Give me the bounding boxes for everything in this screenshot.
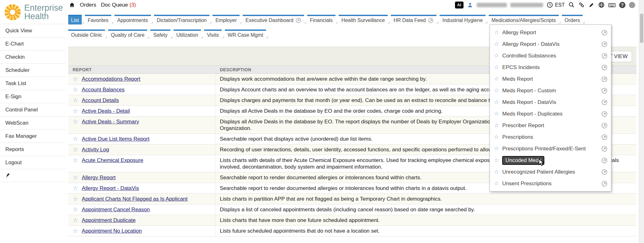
- run-report-icon[interactable]: [601, 169, 608, 175]
- sidebar-item-quick-view[interactable]: Quick View: [0, 24, 66, 37]
- favorite-star-icon[interactable]: ☆: [494, 64, 499, 71]
- favorite-star-icon[interactable]: ☆: [494, 122, 499, 129]
- nav-orders-link[interactable]: Orders: [80, 2, 96, 8]
- menu-item-allergy-report[interactable]: ☆ Allergy Report: [490, 27, 611, 38]
- menu-item-epcs-incidents[interactable]: ☆ EPCS Incidents: [490, 62, 611, 73]
- tab-wr-case-mgmt[interactable]: WR Case Mgmt: [225, 30, 266, 39]
- sidebar-item-fax-manager[interactable]: Fax Manager: [0, 130, 66, 143]
- sidebar-item-task-list[interactable]: Task List: [0, 77, 66, 90]
- edit-pencil-icon[interactable]: [588, 2, 595, 8]
- sidebar-item-logout[interactable]: Logout: [0, 156, 66, 169]
- favorite-star-icon[interactable]: ☆: [494, 157, 499, 164]
- menu-item-unrecognized-patient-allergies[interactable]: ☆ Unrecognized Patient Allergies: [490, 166, 611, 178]
- report-link[interactable]: Account Details: [82, 97, 119, 104]
- user-icon[interactable]: [467, 2, 473, 8]
- help-icon[interactable]: ?: [619, 2, 625, 8]
- globe-icon[interactable]: [598, 2, 605, 8]
- sidebar-item-scheduler[interactable]: Scheduler: [0, 64, 66, 77]
- report-link[interactable]: Account Balances: [82, 86, 125, 93]
- clock-icon[interactable]: [547, 2, 553, 8]
- favorite-star-icon[interactable]: ☆: [73, 86, 78, 93]
- run-report-icon[interactable]: [601, 181, 608, 187]
- sidebar-item-webscan[interactable]: WebScan: [0, 116, 66, 130]
- keyboard-icon[interactable]: [608, 2, 616, 8]
- report-link[interactable]: Accommodations Report: [82, 76, 140, 82]
- favorite-star-icon[interactable]: ☆: [494, 169, 499, 175]
- favorite-star-icon[interactable]: ☆: [73, 185, 78, 192]
- run-report-icon[interactable]: [601, 99, 608, 105]
- menu-item-prescriptions[interactable]: ☆ Prescriptions: [490, 131, 611, 143]
- report-link[interactable]: Allergy Report: [82, 174, 116, 181]
- sidebar-item-reports[interactable]: Reports: [0, 143, 66, 156]
- sidebar-item-e-sign[interactable]: E-Sign: [0, 90, 66, 103]
- tab-financials[interactable]: Financials: [307, 15, 336, 24]
- menu-item-meds-report-custom[interactable]: ☆ Meds Report - Custom: [490, 85, 611, 96]
- status-circle-icon[interactable]: [629, 2, 635, 8]
- run-report-icon[interactable]: [601, 88, 608, 94]
- favorite-star-icon[interactable]: ☆: [73, 108, 78, 114]
- tab-quality-of-care[interactable]: Quality of Care: [108, 30, 147, 39]
- report-link[interactable]: Appointment No Location: [82, 228, 142, 234]
- tab-list[interactable]: List: [68, 15, 82, 24]
- run-report-icon[interactable]: [601, 111, 608, 117]
- favorite-star-icon[interactable]: ☆: [73, 196, 78, 202]
- run-report-icon[interactable]: [601, 41, 608, 47]
- tab-visits[interactable]: Visits: [204, 30, 222, 39]
- tab-executive-dashboard[interactable]: Executive Dashboard: [243, 15, 304, 24]
- run-report-icon[interactable]: [601, 30, 608, 36]
- run-report-icon[interactable]: [601, 146, 608, 152]
- sidebar-item-control-panel[interactable]: Control Panel: [0, 103, 66, 116]
- run-report-icon[interactable]: [601, 64, 608, 71]
- run-report-icon[interactable]: [601, 157, 608, 164]
- run-report-icon[interactable]: [601, 122, 608, 129]
- favorite-star-icon[interactable]: ☆: [494, 52, 499, 59]
- run-report-icon[interactable]: [601, 53, 608, 59]
- favorite-star-icon[interactable]: ☆: [73, 174, 78, 181]
- favorite-star-icon[interactable]: ☆: [73, 76, 78, 82]
- favorite-star-icon[interactable]: ☆: [494, 145, 499, 152]
- favorite-star-icon[interactable]: ☆: [494, 76, 499, 82]
- favorite-star-icon[interactable]: ☆: [494, 87, 499, 94]
- favorite-star-icon[interactable]: ☆: [73, 217, 78, 224]
- report-link[interactable]: Active Due List Items Report: [82, 136, 149, 142]
- menu-item-uncoded-meds[interactable]: ☆ Uncoded Meds: [490, 154, 611, 166]
- menu-item-meds-report[interactable]: ☆ Meds Report: [490, 73, 611, 85]
- tab-safety[interactable]: Safety: [150, 30, 170, 39]
- tab-orders[interactable]: Orders: [562, 15, 583, 24]
- menu-item-prescriptions-printed-faxed-esent[interactable]: ☆ Prescriptions Printed/Faxed/E-Sent: [490, 143, 611, 154]
- favorite-star-icon[interactable]: ☆: [494, 111, 499, 117]
- report-link[interactable]: Active Deals - Detail: [82, 108, 130, 114]
- tab-appointments[interactable]: Appointments: [114, 15, 151, 24]
- scrollbar-thumb[interactable]: [640, 14, 643, 43]
- tab-favorites[interactable]: Favorites: [85, 15, 111, 24]
- menu-item-allergy-report-datavis[interactable]: ☆ Allergy Report - DataVis: [490, 38, 611, 50]
- tab-industrial-hygiene[interactable]: Industrial Hygiene: [440, 15, 486, 24]
- tab-hr-data-feed[interactable]: HR Data Feed: [391, 15, 436, 24]
- favorite-star-icon[interactable]: ☆: [494, 29, 499, 36]
- report-link[interactable]: Active Deals - Summary: [82, 118, 139, 125]
- popout-arrow-icon[interactable]: [428, 18, 434, 23]
- menu-item-meds-report-datavis[interactable]: ☆ Meds Report - DataVis: [490, 96, 611, 108]
- favorite-star-icon[interactable]: ☆: [73, 157, 78, 164]
- home-icon[interactable]: [69, 2, 75, 8]
- link-icon[interactable]: [578, 2, 585, 8]
- sidebar-pin-toggle[interactable]: [0, 169, 66, 182]
- favorite-star-icon[interactable]: ☆: [73, 97, 78, 104]
- favorite-star-icon[interactable]: ☆: [494, 41, 499, 47]
- report-link[interactable]: Appointment Cancel Reason: [82, 206, 150, 213]
- report-link[interactable]: Activity Log: [82, 146, 109, 153]
- report-link[interactable]: Applicant Charts Not Flagged as Is Appli…: [82, 196, 187, 202]
- report-link[interactable]: Appointment Duplicate: [82, 217, 136, 224]
- favorite-star-icon[interactable]: ☆: [73, 228, 78, 234]
- run-report-icon[interactable]: [601, 134, 608, 140]
- sidebar-item-e-chart[interactable]: E-Chart: [0, 37, 66, 51]
- favorite-star-icon[interactable]: ☆: [494, 99, 499, 105]
- favorite-star-icon[interactable]: ☆: [73, 146, 78, 153]
- report-link[interactable]: Acute Chemical Exposure: [82, 157, 143, 164]
- favorite-star-icon[interactable]: ☆: [494, 134, 499, 140]
- favorite-star-icon[interactable]: ☆: [73, 118, 78, 125]
- menu-item-controlled-substances[interactable]: ☆ Controlled Substances: [490, 50, 611, 62]
- tab-medications-allergies-scripts[interactable]: Medications/Allergies/Scripts: [489, 15, 559, 24]
- vertical-scrollbar[interactable]: [639, 0, 644, 243]
- tab-dictation-transcription[interactable]: Dictation/Transcription: [154, 15, 210, 24]
